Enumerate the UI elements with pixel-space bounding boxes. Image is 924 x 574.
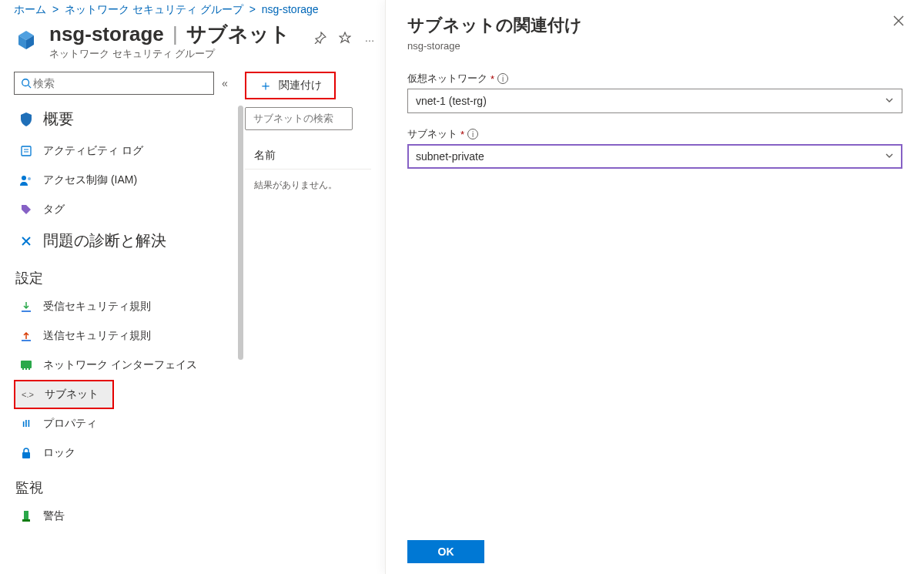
title-section: サブネット: [186, 22, 290, 45]
sidebar-item-label: 問題の診断と解決: [43, 230, 166, 251]
panel-title: サブネットの関連付け: [407, 14, 902, 37]
nic-icon: [17, 361, 35, 370]
sidebar-item-subnets[interactable]: <.> サブネット: [14, 380, 114, 409]
required-mark: *: [490, 73, 494, 85]
svg-point-3: [22, 79, 29, 86]
sidebar-item-nic[interactable]: ネットワーク インターフェイス: [14, 351, 239, 380]
info-icon[interactable]: i: [467, 129, 478, 139]
associate-subnet-panel: サブネットの関連付け nsg-storage 仮想ネットワーク * i vnet…: [385, 0, 924, 574]
sidebar-item-activity-log[interactable]: アクティビティ ログ: [14, 136, 239, 166]
svg-rect-16: [22, 452, 30, 458]
sidebar-section-monitor: 監視: [15, 478, 239, 497]
sidebar-nav: 概要 アクティビティ ログ アクセス制御 (IAM) タグ: [14, 102, 239, 531]
svg-rect-13: [22, 368, 24, 370]
sidebar-item-label: アクセス制御 (IAM): [43, 173, 137, 187]
shield-icon: [17, 112, 35, 126]
scrollbar-thumb[interactable]: [238, 106, 243, 360]
properties-icon: ıll: [17, 418, 35, 429]
subnet-label: サブネット * i: [407, 127, 902, 141]
required-mark: *: [460, 129, 464, 140]
sidebar-search-input[interactable]: [32, 76, 207, 90]
svg-line-4: [28, 85, 32, 88]
svg-rect-14: [25, 368, 27, 370]
subnet-search-input[interactable]: [252, 112, 384, 125]
breadcrumb-sep: >: [249, 3, 256, 15]
arrow-up-icon: [17, 331, 35, 341]
breadcrumb-sep: >: [52, 3, 59, 15]
sidebar-item-label: サブネット: [45, 388, 99, 401]
svg-rect-5: [22, 146, 31, 156]
diagnose-icon: [17, 235, 35, 247]
vnet-dropdown[interactable]: vnet-1 (test-rg): [407, 89, 902, 113]
main-content: ＋ 関連付け 名前 結果がありません。: [239, 72, 377, 531]
more-icon[interactable]: …: [363, 31, 377, 45]
arrow-down-icon: [17, 301, 35, 312]
ok-button[interactable]: OK: [407, 540, 484, 563]
sidebar-item-overview[interactable]: 概要: [14, 102, 239, 136]
people-icon: [17, 175, 35, 186]
sidebar-item-label: 送信セキュリティ規則: [43, 329, 151, 343]
plus-icon: ＋: [259, 79, 273, 92]
associate-button-label: 関連付け: [279, 79, 322, 92]
sidebar-item-label: タグ: [43, 203, 65, 217]
breadcrumb-home[interactable]: ホーム: [14, 3, 46, 15]
svg-rect-15: [28, 368, 30, 370]
resource-icon: [14, 28, 38, 52]
sidebar-item-properties[interactable]: ıll プロパティ: [14, 409, 239, 438]
sidebar-item-label: ネットワーク インターフェイス: [43, 358, 197, 372]
svg-rect-12: [21, 361, 32, 368]
info-icon[interactable]: i: [497, 73, 508, 84]
sidebar-item-diagnose[interactable]: 問題の診断と解決: [14, 224, 239, 258]
vnet-label: 仮想ネットワーク * i: [407, 72, 902, 86]
vnet-value: vnet-1 (test-rg): [416, 95, 487, 107]
alert-icon: [17, 511, 35, 522]
svg-rect-17: [24, 511, 28, 519]
pin-icon[interactable]: [313, 31, 327, 45]
page-subtitle: ネットワーク セキュリティ グループ: [49, 47, 290, 61]
column-name: 名前: [245, 143, 371, 170]
sidebar-item-alerts[interactable]: 警告: [14, 502, 239, 531]
breadcrumb-nsg-group[interactable]: ネットワーク セキュリティ グループ: [65, 3, 243, 15]
sidebar-item-label: プロパティ: [43, 417, 97, 431]
subnet-search[interactable]: [245, 107, 353, 130]
title-resource-name: nsg-storage: [49, 22, 164, 45]
sidebar-item-inbound[interactable]: 受信セキュリティ規則: [14, 292, 239, 321]
breadcrumb-current[interactable]: nsg-storage: [262, 3, 319, 15]
sidebar-item-label: 警告: [43, 509, 65, 523]
subnet-icon: <.>: [18, 390, 37, 399]
sidebar-item-label: 受信セキュリティ規則: [43, 300, 151, 314]
subnet-value: subnet-private: [416, 150, 484, 163]
log-icon: [17, 146, 35, 156]
sidebar-search[interactable]: [14, 72, 214, 95]
favorite-icon[interactable]: [338, 31, 352, 45]
sidebar-section-settings: 設定: [15, 269, 239, 287]
subnet-dropdown[interactable]: subnet-private: [407, 144, 902, 169]
panel-subtitle: nsg-storage: [407, 40, 902, 52]
chevron-down-icon: [885, 151, 894, 160]
svg-rect-18: [22, 519, 30, 522]
empty-message: 結果がありません。: [245, 170, 371, 201]
close-icon[interactable]: [892, 14, 906, 28]
tag-icon: [17, 204, 35, 215]
sidebar-item-outbound[interactable]: 送信セキュリティ規則: [14, 321, 239, 351]
sidebar-item-tags[interactable]: タグ: [14, 195, 239, 224]
svg-point-8: [22, 176, 26, 180]
sidebar-item-label: 概要: [43, 109, 74, 129]
page-title: nsg-storage | サブネット: [49, 23, 290, 45]
associate-button[interactable]: ＋ 関連付け: [245, 72, 336, 99]
sidebar-item-label: ロック: [43, 446, 75, 460]
sidebar-item-iam[interactable]: アクセス制御 (IAM): [14, 166, 239, 195]
svg-point-9: [28, 177, 31, 180]
collapse-sidebar-icon[interactable]: «: [222, 77, 228, 89]
sidebar-item-label: アクティビティ ログ: [43, 144, 143, 158]
lock-icon: [17, 448, 35, 458]
sidebar-item-locks[interactable]: ロック: [14, 438, 239, 468]
chevron-down-icon: [885, 96, 894, 105]
sidebar: « 概要 アクティビティ ログ アクセス制御 (IAM): [0, 72, 239, 531]
